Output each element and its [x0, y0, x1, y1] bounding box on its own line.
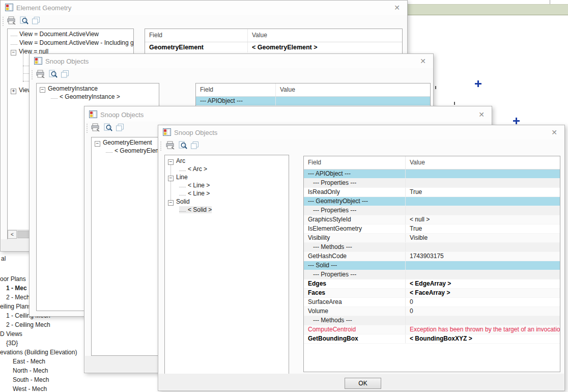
grid-row-gethashcode[interactable]: GetHashCode1743903175	[304, 252, 560, 261]
form-icon	[5, 4, 13, 11]
print-preview-icon[interactable]	[19, 16, 30, 26]
print-icon[interactable]	[7, 16, 18, 26]
print-icon[interactable]	[36, 70, 47, 80]
collapse-icon[interactable]: −	[11, 50, 16, 55]
browser-item[interactable]: oor Plans	[0, 275, 26, 283]
grid-row-edges[interactable]: Edges< EdgeArray >	[304, 279, 560, 289]
tree-item[interactable]: −Arc	[168, 157, 185, 165]
field-cell: --- Methods ---	[304, 316, 406, 325]
geometry-tree-panel: −Arc< Arc >−Line< Line >< Line >−Solid< …	[164, 155, 289, 375]
grid-header[interactable]: Field Value	[145, 29, 402, 42]
browser-item[interactable]: West - Mech	[13, 385, 47, 392]
tree-item[interactable]: < Line >	[179, 182, 210, 189]
grid-tick-mark	[454, 102, 455, 105]
titlebar[interactable]: Element Geometry ✕	[1, 1, 407, 15]
ok-button[interactable]: OK	[345, 378, 381, 389]
print-icon[interactable]	[165, 141, 177, 151]
grid-row-apiobject[interactable]: --- APIObject ---	[196, 97, 430, 106]
collapse-icon[interactable]: −	[40, 87, 45, 93]
tree-item[interactable]: −Line	[168, 174, 188, 181]
tree-item[interactable]: View = Document.ActiveView - Including g…	[11, 39, 134, 46]
copy-icon[interactable]	[60, 70, 71, 80]
copy-icon[interactable]	[115, 123, 126, 133]
grid-row-solid[interactable]: --- Solid ---	[304, 261, 560, 270]
print-preview-icon[interactable]	[178, 141, 189, 151]
browser-item[interactable]: eiling Plans	[0, 303, 31, 310]
tree-connector	[11, 33, 17, 36]
browser-item[interactable]: North - Mech	[13, 367, 48, 374]
grid-header[interactable]: Field Value	[196, 83, 430, 97]
expand-icon[interactable]: +	[11, 89, 16, 94]
copy-icon[interactable]	[190, 141, 201, 151]
tree-item[interactable]: −Solid	[168, 198, 190, 206]
collapse-icon[interactable]: −	[168, 200, 174, 206]
tree-item[interactable]: < GeometryInstance >	[51, 93, 120, 100]
grid-row-iselementgeometry[interactable]: IsElementGeometryTrue	[304, 225, 560, 234]
browser-item[interactable]: D Views	[0, 330, 22, 338]
print-preview-icon[interactable]	[103, 123, 114, 133]
print-preview-icon[interactable]	[48, 70, 59, 80]
toolbar-grip[interactable]	[160, 142, 161, 151]
tree-item[interactable]: −GeometryElement	[95, 139, 152, 147]
scroll-left-arrow[interactable]: <	[8, 230, 17, 239]
close-icon[interactable]: ✕	[549, 128, 560, 137]
browser-item[interactable]: 2 - Ceiling Mech	[6, 321, 50, 328]
field-cell: --- Properties ---	[304, 270, 406, 279]
value-column-header[interactable]: Value	[406, 156, 560, 169]
browser-item[interactable]: 2 - Mech	[6, 294, 30, 301]
collapse-icon[interactable]: −	[95, 141, 100, 147]
browser-item[interactable]: {3D}	[6, 340, 18, 347]
grid-row-visibility[interactable]: VisibilityVisible	[304, 234, 560, 243]
browser-item-partial[interactable]: al	[1, 255, 6, 262]
grid-row-properties[interactable]: --- Properties ---	[304, 206, 560, 215]
field-column-header[interactable]: Field	[196, 83, 276, 96]
grid-row-isreadonly[interactable]: IsReadOnlyTrue	[304, 188, 560, 197]
grid-row-volume[interactable]: Volume0	[304, 307, 560, 316]
grid-row-properties[interactable]: --- Properties ---	[304, 270, 560, 279]
grid-row-methods[interactable]: --- Methods ---	[304, 316, 560, 325]
field-column-header[interactable]: Field	[304, 156, 406, 169]
grid-row-computecentroid[interactable]: ComputeCentroidException has been thrown…	[304, 325, 560, 334]
close-icon[interactable]: ✕	[391, 3, 403, 12]
tree-connector	[106, 150, 112, 153]
tree-item[interactable]: < Line >	[179, 190, 210, 197]
close-icon[interactable]: ✕	[476, 110, 487, 119]
tree-item-label: < Solid >	[188, 206, 212, 213]
browser-item[interactable]: South - Mech	[13, 376, 49, 383]
grid-header[interactable]: Field Value	[304, 156, 560, 170]
value-column-header[interactable]: Value	[248, 29, 402, 42]
grid-row-apiobject[interactable]: --- APIObject ---	[304, 170, 560, 179]
toolbar-grip[interactable]	[32, 70, 33, 79]
collapse-icon[interactable]: −	[168, 176, 174, 181]
titlebar[interactable]: Snoop Objects ✕	[158, 125, 564, 139]
tree-connector	[179, 168, 186, 171]
browser-item[interactable]: 1 - Mec	[6, 285, 27, 292]
titlebar[interactable]: Snoop Objects ✕	[30, 54, 433, 68]
toolbar-grip[interactable]	[3, 17, 4, 26]
grid-row-geometryelement[interactable]: GeometryElement < GeometryElement >	[145, 42, 402, 52]
value-cell	[406, 179, 560, 187]
collapse-icon[interactable]: −	[168, 159, 174, 165]
window-snoop-objects-4: Snoop Objects ✕ −Arc< Arc >−Line< Line >…	[158, 125, 565, 391]
tree-item[interactable]: −GeometryInstance	[40, 85, 98, 93]
toolbar-grip[interactable]	[87, 124, 88, 133]
grid-row-properties[interactable]: --- Properties ---	[304, 179, 560, 188]
grid-row-faces[interactable]: Faces< FaceArray >	[304, 289, 560, 298]
browser-item[interactable]: East - Mech	[13, 358, 45, 365]
titlebar[interactable]: Snoop Objects ✕	[84, 106, 492, 122]
value-column-header[interactable]: Value	[276, 83, 430, 96]
tree-item[interactable]: View = Document.ActiveView	[11, 31, 99, 38]
grid-row-surfacearea[interactable]: SurfaceArea0	[304, 298, 560, 307]
browser-item[interactable]: evations (Building Elevation)	[0, 349, 77, 356]
grid-row-geometryobject[interactable]: --- GeometryObject ---	[304, 197, 560, 206]
grid-row-graphicsstyleid[interactable]: GraphicsStyleId< null >	[304, 215, 560, 225]
grid-row-getboundingbox[interactable]: GetBoundingBox< BoundingBoxXYZ >	[304, 334, 560, 344]
tree-item[interactable]: < Solid >	[179, 206, 212, 213]
field-column-header[interactable]: Field	[145, 29, 248, 42]
grid-row-methods[interactable]: --- Methods ---	[304, 243, 560, 252]
copy-icon[interactable]	[31, 16, 42, 26]
print-icon[interactable]	[91, 123, 102, 133]
close-icon[interactable]: ✕	[417, 57, 429, 66]
toolbar	[1, 15, 407, 29]
tree-item[interactable]: < Arc >	[179, 165, 207, 173]
